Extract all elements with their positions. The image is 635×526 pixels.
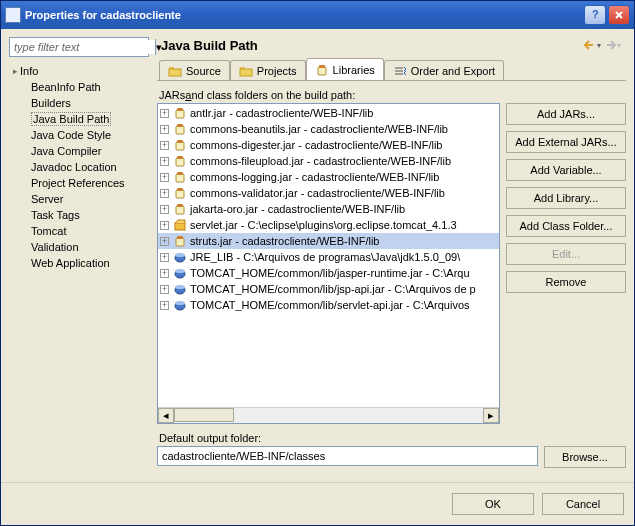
- jar-text: servlet.jar - C:\eclipse\plugins\org.ecl…: [190, 219, 457, 231]
- side-buttons: Add JARs... Add External JARs... Add Var…: [506, 103, 626, 424]
- jar-icon: [173, 107, 187, 119]
- jar-entry[interactable]: +commons-beanutils.jar - cadastrocliente…: [158, 121, 499, 137]
- back-button[interactable]: ▾: [582, 37, 602, 53]
- jarblue-icon: [173, 251, 187, 263]
- tree-item[interactable]: Builders: [9, 95, 149, 111]
- edit-button[interactable]: Edit...: [506, 243, 626, 265]
- tree-item[interactable]: Tomcat: [9, 223, 149, 239]
- page-title: Java Build Path: [161, 38, 582, 53]
- scroll-thumb[interactable]: [174, 408, 234, 422]
- tree-item[interactable]: Project References: [9, 175, 149, 191]
- jar-text: JRE_LIB - C:\Arquivos de programas\Java\…: [190, 251, 460, 263]
- scroll-left-icon[interactable]: ◂: [158, 408, 174, 423]
- ok-button[interactable]: OK: [452, 493, 534, 515]
- jar-icon: [173, 203, 187, 215]
- tree-item[interactable]: Validation: [9, 239, 149, 255]
- expand-icon[interactable]: +: [160, 125, 169, 134]
- jar-text: commons-digester.jar - cadastrocliente/W…: [190, 139, 442, 151]
- jar-icon: [173, 187, 187, 199]
- properties-dialog: Properties for cadastrocliente ? ▾ InfoB…: [0, 0, 635, 526]
- cancel-button[interactable]: Cancel: [542, 493, 624, 515]
- add-variable-button[interactable]: Add Variable...: [506, 159, 626, 181]
- browse-button[interactable]: Browse...: [544, 446, 626, 468]
- jar-entry[interactable]: +jakarta-oro.jar - cadastrocliente/WEB-I…: [158, 201, 499, 217]
- jar-list-label: JARs and class folders on the build path…: [159, 89, 626, 101]
- jar-entry[interactable]: +struts.jar - cadastrocliente/WEB-INF/li…: [158, 233, 499, 249]
- tab-label: Order and Export: [411, 65, 495, 77]
- close-button[interactable]: [608, 5, 630, 25]
- tree-item[interactable]: Java Compiler: [9, 143, 149, 159]
- category-tree[interactable]: InfoBeanInfo PathBuildersJava Build Path…: [9, 63, 149, 271]
- expand-icon[interactable]: +: [160, 221, 169, 230]
- expand-icon[interactable]: +: [160, 253, 169, 262]
- add-class-folder-button[interactable]: Add Class Folder...: [506, 215, 626, 237]
- jar-entry[interactable]: +commons-fileupload.jar - cadastroclient…: [158, 153, 499, 169]
- jar-text: TOMCAT_HOME/common/lib/jasper-runtime.ja…: [190, 267, 470, 279]
- titlebar[interactable]: Properties for cadastrocliente ?: [1, 1, 634, 29]
- expand-icon[interactable]: +: [160, 285, 169, 294]
- jar-icon: [173, 155, 187, 167]
- jar-text: commons-beanutils.jar - cadastrocliente/…: [190, 123, 448, 135]
- jar-icon: [173, 235, 187, 247]
- tree-item[interactable]: Web Application: [9, 255, 149, 271]
- help-button[interactable]: ?: [584, 5, 606, 25]
- output-folder-label: Default output folder:: [159, 432, 626, 444]
- tree-item[interactable]: Java Build Path: [9, 111, 149, 127]
- tab-order-and-export[interactable]: Order and Export: [384, 60, 504, 80]
- add-library-button[interactable]: Add Library...: [506, 187, 626, 209]
- expand-icon[interactable]: +: [160, 237, 169, 246]
- jar-list[interactable]: +antlr.jar - cadastrocliente/WEB-INF/lib…: [157, 103, 500, 424]
- expand-icon[interactable]: +: [160, 173, 169, 182]
- tab-label: Projects: [257, 65, 297, 77]
- jar-entry[interactable]: +TOMCAT_HOME/common/lib/jasper-runtime.j…: [158, 265, 499, 281]
- jar-icon: [173, 171, 187, 183]
- window-title: Properties for cadastrocliente: [25, 9, 181, 21]
- add-external-jars-button[interactable]: Add External JARs...: [506, 131, 626, 153]
- expand-icon[interactable]: +: [160, 157, 169, 166]
- jar-entry[interactable]: +TOMCAT_HOME/common/lib/servlet-api.jar …: [158, 297, 499, 313]
- tab-projects[interactable]: Projects: [230, 60, 306, 80]
- jar-entry[interactable]: +JRE_LIB - C:\Arquivos de programas\Java…: [158, 249, 499, 265]
- dialog-footer: OK Cancel: [1, 482, 634, 525]
- jar-entry[interactable]: +commons-validator.jar - cadastrocliente…: [158, 185, 499, 201]
- filter-combo[interactable]: ▾: [9, 37, 149, 57]
- jar-text: commons-fileupload.jar - cadastrocliente…: [190, 155, 451, 167]
- h-scrollbar[interactable]: ◂ ▸: [158, 407, 499, 423]
- jar-text: commons-validator.jar - cadastrocliente/…: [190, 187, 445, 199]
- folder-icon: [168, 65, 182, 77]
- tree-item[interactable]: BeanInfo Path: [9, 79, 149, 95]
- jar-entry[interactable]: +antlr.jar - cadastrocliente/WEB-INF/lib: [158, 105, 499, 121]
- svg-text:?: ?: [592, 10, 599, 20]
- add-jars-button[interactable]: Add JARs...: [506, 103, 626, 125]
- expand-icon[interactable]: +: [160, 301, 169, 310]
- jar-entry[interactable]: +TOMCAT_HOME/common/lib/jsp-api.jar - C:…: [158, 281, 499, 297]
- forward-button[interactable]: ▾: [602, 37, 622, 53]
- tab-libraries[interactable]: Libraries: [306, 58, 384, 80]
- jar-text: commons-logging.jar - cadastrocliente/WE…: [190, 171, 439, 183]
- tree-item[interactable]: Task Tags: [9, 207, 149, 223]
- jar-entry[interactable]: +servlet.jar - C:\eclipse\plugins\org.ec…: [158, 217, 499, 233]
- expand-icon[interactable]: +: [160, 109, 169, 118]
- expand-icon[interactable]: +: [160, 205, 169, 214]
- output-folder-input[interactable]: [157, 446, 538, 466]
- jar-entry[interactable]: +commons-logging.jar - cadastrocliente/W…: [158, 169, 499, 185]
- remove-button[interactable]: Remove: [506, 271, 626, 293]
- jar-text: TOMCAT_HOME/common/lib/servlet-api.jar -…: [190, 299, 470, 311]
- tree-root[interactable]: Info: [9, 63, 149, 79]
- tree-item[interactable]: Javadoc Location: [9, 159, 149, 175]
- expand-icon[interactable]: +: [160, 189, 169, 198]
- jar-entry[interactable]: +commons-digester.jar - cadastrocliente/…: [158, 137, 499, 153]
- jar-icon: [173, 123, 187, 135]
- pkg-icon: [173, 219, 187, 231]
- tree-item[interactable]: Java Code Style: [9, 127, 149, 143]
- jar-icon: [315, 64, 329, 76]
- tree-item[interactable]: Server: [9, 191, 149, 207]
- tab-label: Source: [186, 65, 221, 77]
- jar-text: antlr.jar - cadastrocliente/WEB-INF/lib: [190, 107, 373, 119]
- category-panel: ▾ InfoBeanInfo PathBuildersJava Build Pa…: [9, 37, 149, 468]
- expand-icon[interactable]: +: [160, 269, 169, 278]
- scroll-right-icon[interactable]: ▸: [483, 408, 499, 423]
- filter-input[interactable]: [12, 40, 155, 54]
- expand-icon[interactable]: +: [160, 141, 169, 150]
- tab-source[interactable]: Source: [159, 60, 230, 80]
